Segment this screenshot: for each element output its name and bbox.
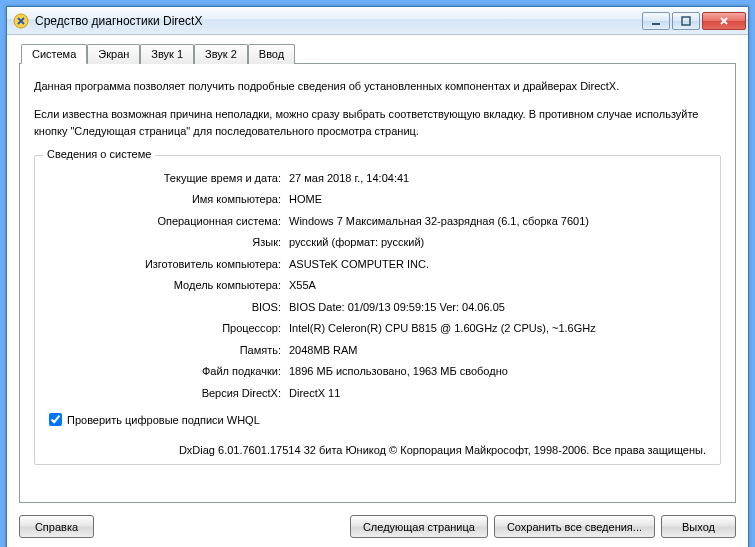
- value-pagefile: 1896 МБ использовано, 1963 МБ свободно: [289, 363, 706, 380]
- svg-rect-2: [682, 17, 690, 25]
- label-computername: Имя компьютера:: [49, 191, 289, 208]
- tab-panel-system: Данная программа позволяет получить подр…: [19, 63, 736, 503]
- minimize-button[interactable]: [642, 12, 670, 30]
- dxdiag-icon: [13, 13, 29, 29]
- window-title: Средство диагностики DirectX: [35, 14, 642, 28]
- value-lang: русский (формат: русский): [289, 234, 706, 251]
- dxdiag-window: Средство диагностики DirectX Система Экр…: [6, 6, 749, 547]
- content-area: Система Экран Звук 1 Звук 2 Ввод Данная …: [7, 35, 748, 513]
- row-manufacturer: Изготовитель компьютера: ASUSTeK COMPUTE…: [49, 256, 706, 273]
- button-bar: Справка Следующая страница Сохранить все…: [7, 513, 748, 547]
- row-directx: Версия DirectX: DirectX 11: [49, 385, 706, 402]
- value-computername: HOME: [289, 191, 706, 208]
- value-os: Windows 7 Максимальная 32-разрядная (6.1…: [289, 213, 706, 230]
- row-lang: Язык: русский (формат: русский): [49, 234, 706, 251]
- close-button[interactable]: [702, 12, 746, 30]
- save-all-button[interactable]: Сохранить все сведения...: [494, 515, 655, 538]
- intro-p1: Данная программа позволяет получить подр…: [34, 78, 721, 96]
- tab-screen[interactable]: Экран: [87, 44, 140, 64]
- label-lang: Язык:: [49, 234, 289, 251]
- whql-row: Проверить цифровые подписи WHQL: [49, 413, 706, 426]
- label-os: Операционная система:: [49, 213, 289, 230]
- label-bios: BIOS:: [49, 299, 289, 316]
- row-datetime: Текущие время и дата: 27 мая 2018 г., 14…: [49, 170, 706, 187]
- tab-strip: Система Экран Звук 1 Звук 2 Ввод: [21, 43, 736, 63]
- window-controls: [642, 12, 746, 30]
- whql-label[interactable]: Проверить цифровые подписи WHQL: [67, 414, 260, 426]
- value-manufacturer: ASUSTeK COMPUTER INC.: [289, 256, 706, 273]
- label-directx: Версия DirectX:: [49, 385, 289, 402]
- label-cpu: Процессор:: [49, 320, 289, 337]
- tab-sound1[interactable]: Звук 1: [140, 44, 194, 64]
- row-memory: Память: 2048MB RAM: [49, 342, 706, 359]
- group-title: Сведения о системе: [43, 148, 155, 160]
- help-button[interactable]: Справка: [19, 515, 94, 538]
- system-info-group: Сведения о системе Текущие время и дата:…: [34, 155, 721, 466]
- value-cpu: Intel(R) Celeron(R) CPU B815 @ 1.60GHz (…: [289, 320, 706, 337]
- value-directx: DirectX 11: [289, 385, 706, 402]
- maximize-button[interactable]: [672, 12, 700, 30]
- tab-input[interactable]: Ввод: [248, 44, 295, 64]
- whql-checkbox[interactable]: [49, 413, 62, 426]
- next-page-button[interactable]: Следующая страница: [350, 515, 488, 538]
- row-pagefile: Файл подкачки: 1896 МБ использовано, 196…: [49, 363, 706, 380]
- footer-version: DxDiag 6.01.7601.17514 32 бита Юникод © …: [49, 444, 706, 456]
- titlebar[interactable]: Средство диагностики DirectX: [7, 7, 748, 35]
- row-cpu: Процессор: Intel(R) Celeron(R) CPU B815 …: [49, 320, 706, 337]
- row-computername: Имя компьютера: HOME: [49, 191, 706, 208]
- label-model: Модель компьютера:: [49, 277, 289, 294]
- intro-text: Данная программа позволяет получить подр…: [34, 78, 721, 141]
- label-pagefile: Файл подкачки:: [49, 363, 289, 380]
- value-bios: BIOS Date: 01/09/13 09:59:15 Ver: 04.06.…: [289, 299, 706, 316]
- label-memory: Память:: [49, 342, 289, 359]
- value-model: X55A: [289, 277, 706, 294]
- row-bios: BIOS: BIOS Date: 01/09/13 09:59:15 Ver: …: [49, 299, 706, 316]
- value-datetime: 27 мая 2018 г., 14:04:41: [289, 170, 706, 187]
- row-os: Операционная система: Windows 7 Максимал…: [49, 213, 706, 230]
- label-manufacturer: Изготовитель компьютера:: [49, 256, 289, 273]
- row-model: Модель компьютера: X55A: [49, 277, 706, 294]
- label-datetime: Текущие время и дата:: [49, 170, 289, 187]
- tab-sound2[interactable]: Звук 2: [194, 44, 248, 64]
- intro-p2: Если известна возможная причина неполадк…: [34, 106, 721, 141]
- value-memory: 2048MB RAM: [289, 342, 706, 359]
- tab-system[interactable]: Система: [21, 44, 87, 64]
- exit-button[interactable]: Выход: [661, 515, 736, 538]
- svg-rect-1: [652, 23, 660, 25]
